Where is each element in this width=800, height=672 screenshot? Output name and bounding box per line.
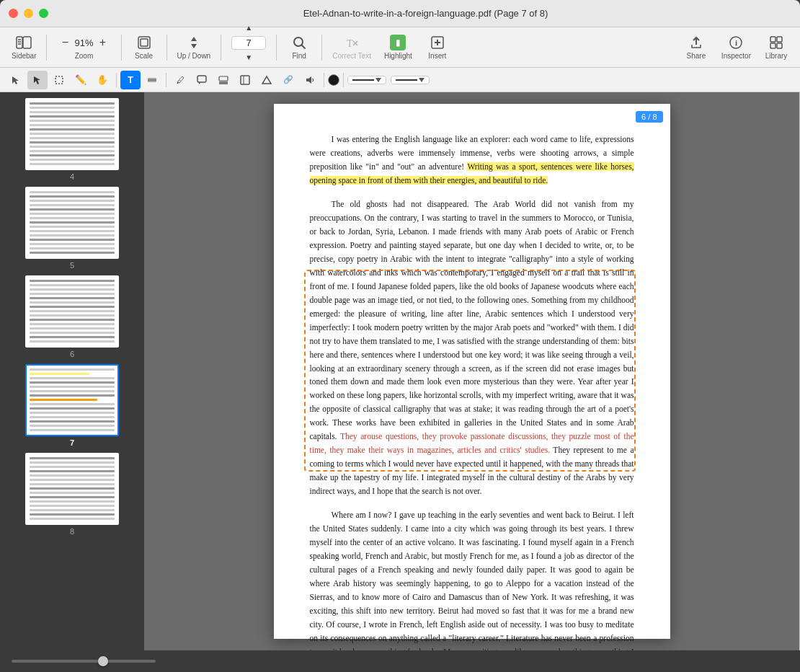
thumbnail-image-4	[25, 98, 119, 170]
thumb-lines-6	[27, 277, 117, 346]
highlight-orange: They arouse questions, they provoke pass…	[310, 432, 634, 454]
insert-label: Insert	[428, 52, 446, 60]
zoom-in-button[interactable]: +	[95, 35, 111, 50]
zoom-value: 91%	[74, 37, 93, 48]
main-content: 4	[0, 92, 800, 650]
svg-text:i: i	[735, 38, 737, 47]
scale-label: Scale	[135, 52, 153, 60]
sidebar-button[interactable]: Sidebar	[6, 32, 42, 63]
page-up-button[interactable]: ▲	[241, 20, 257, 36]
tools-divider-4	[343, 73, 344, 87]
find-group[interactable]: Find	[281, 32, 317, 63]
line-end-selector[interactable]	[391, 76, 430, 84]
svg-rect-31	[219, 76, 228, 81]
audio-tool[interactable]	[300, 71, 320, 89]
comment-tool[interactable]	[192, 71, 212, 89]
line-style-selector[interactable]	[347, 76, 386, 84]
svg-rect-0	[17, 37, 22, 48]
line-end-preview	[396, 79, 417, 81]
paragraph-1: I was entering the English language like…	[310, 133, 634, 187]
link-tool[interactable]: 🔗	[278, 71, 298, 89]
share-group[interactable]: Share	[678, 32, 714, 63]
svg-rect-23	[777, 43, 782, 48]
thumb-lines-5	[27, 188, 117, 257]
thumbnail-num-5: 5	[70, 261, 74, 270]
thumbnail-num-8: 8	[70, 527, 74, 536]
svg-rect-21	[777, 37, 782, 42]
traffic-lights	[9, 9, 48, 18]
thumbnail-5[interactable]: 5	[6, 187, 138, 270]
svg-rect-6	[141, 39, 148, 46]
pdf-viewer[interactable]: 6 / 8 I was entering the English languag…	[144, 92, 799, 650]
inspector-group[interactable]: i Inspector	[716, 32, 757, 63]
correct-text-group[interactable]: T Correct Text	[326, 32, 377, 63]
thumb-lines-8	[27, 454, 117, 523]
zoom-out-button[interactable]: −	[57, 35, 73, 50]
thumbnail-image-5	[25, 187, 119, 259]
svg-line-10	[302, 45, 306, 49]
svg-rect-1	[23, 37, 31, 48]
library-icon	[768, 35, 784, 50]
share-icon	[688, 35, 704, 50]
highlight-label: Highlight	[384, 52, 412, 60]
divider-2	[121, 35, 122, 61]
paragraph-3: Where am I now? I gave up teaching in th…	[310, 508, 634, 650]
window-title: Etel-Adnan-to-write-in-a-foreign-languag…	[60, 8, 791, 19]
library-group[interactable]: Library	[758, 32, 794, 63]
thumbnail-num-7: 7	[70, 438, 74, 447]
divider-4	[221, 35, 221, 61]
svg-marker-8	[191, 44, 197, 48]
share-label: Share	[687, 52, 706, 60]
close-button[interactable]	[9, 9, 18, 18]
arrow-tool[interactable]	[27, 71, 48, 89]
insert-group[interactable]: Insert	[419, 32, 455, 63]
thumbnail-image-8	[25, 453, 119, 525]
thumbnail-6[interactable]: 6	[6, 275, 138, 358]
find-icon	[291, 35, 307, 50]
rect-select-tool[interactable]	[49, 71, 69, 89]
hand-tool[interactable]: ✋	[92, 71, 112, 89]
page-down-button[interactable]: ▼	[241, 50, 257, 66]
svg-marker-30	[199, 82, 201, 84]
title-bar: Etel-Adnan-to-write-in-a-foreign-languag…	[0, 0, 800, 27]
page-indicator: 6 / 8	[636, 111, 662, 123]
correct-text-icon: T	[344, 35, 360, 50]
markup-tool[interactable]	[142, 71, 162, 89]
minimize-button[interactable]	[24, 9, 33, 18]
scale-group[interactable]: Scale	[126, 32, 162, 63]
thumbnail-4[interactable]: 4	[6, 98, 138, 181]
box-tool[interactable]	[235, 71, 255, 89]
color-picker[interactable]	[328, 74, 339, 86]
thumbnail-image-7	[25, 364, 119, 436]
thumbnail-num-4: 4	[70, 172, 74, 181]
zoom-slider[interactable]	[12, 660, 156, 663]
thumbnail-7[interactable]: 7	[6, 364, 138, 447]
svg-rect-22	[770, 43, 775, 48]
zoom-label: Zoom	[75, 52, 94, 60]
scale-icon	[136, 35, 152, 50]
paragraph-2: The old ghosts had not disappeared. The …	[310, 198, 634, 498]
thumbnail-8[interactable]: 8	[6, 453, 138, 536]
tools-bar: ✏️ ✋ T 🖊 🔗	[0, 68, 800, 92]
triangle-tool[interactable]	[257, 71, 277, 89]
correct-text-label: Correct Text	[332, 52, 371, 60]
updown-group[interactable]: Up / Down	[172, 32, 217, 63]
text-tool[interactable]: T	[120, 71, 141, 89]
highlight-pen-tool[interactable]: 🖊	[170, 71, 190, 89]
underline-tool[interactable]	[213, 71, 234, 89]
thumb-lines-4	[27, 100, 117, 169]
highlight-1: Writing was a sport, sentences were like…	[310, 162, 634, 185]
zoom-slider-thumb[interactable]	[98, 656, 108, 666]
highlight-group[interactable]: ▮ Highlight	[378, 32, 418, 63]
pdf-text-content: I was entering the English language like…	[310, 133, 634, 650]
find-label: Find	[292, 52, 306, 60]
pointer-tool[interactable]	[6, 71, 26, 89]
svg-rect-29	[197, 76, 206, 82]
updown-label: Up / Down	[177, 52, 211, 60]
svg-marker-38	[375, 78, 381, 82]
pen-tool[interactable]: ✏️	[71, 71, 91, 89]
page-number[interactable]: 7	[231, 36, 266, 50]
fullscreen-button[interactable]	[39, 9, 48, 18]
inspector-icon: i	[728, 35, 744, 50]
svg-marker-39	[419, 78, 425, 82]
